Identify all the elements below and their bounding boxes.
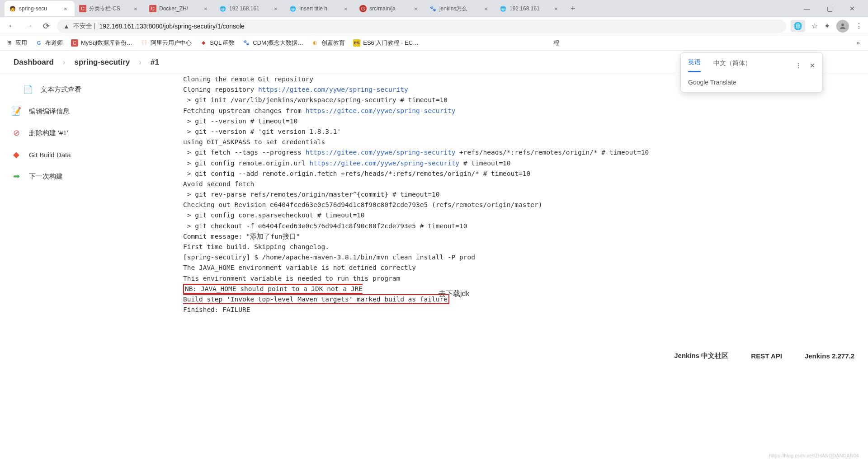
repo-link[interactable]: https://gitee.com/yywe/spring-security bbox=[306, 149, 456, 156]
console-line: NB: JAVA_HOME should point to a JDK not … bbox=[185, 285, 363, 292]
sidebar-git-build[interactable]: ◆ Git Build Data bbox=[0, 144, 179, 165]
bookmark-icon: 🐾 bbox=[243, 39, 250, 47]
console-line: > git config remote.origin.url bbox=[183, 160, 309, 167]
console-line: This environment variable is needed to r… bbox=[183, 275, 400, 282]
tab-3[interactable]: 🌐 192.168.161 × bbox=[215, 1, 285, 16]
tab-5[interactable]: G src/main/ja × bbox=[355, 1, 425, 16]
close-icon[interactable]: × bbox=[344, 5, 350, 12]
tab-title-6: jenkins怎么 bbox=[439, 5, 481, 13]
new-tab-button[interactable]: + bbox=[565, 4, 581, 14]
minimize-button[interactable]: — bbox=[800, 5, 814, 12]
browser-chrome: 🧑 spring-secu × C 分类专栏-CS × C Docker_ZH/… bbox=[0, 0, 868, 51]
sidebar-edit-build[interactable]: 📝 编辑编译信息 bbox=[0, 100, 179, 122]
bookmark-4[interactable]: ◆ SQL 函数 bbox=[200, 39, 235, 47]
sidebar-next-build[interactable]: ➡ 下一次构建 bbox=[0, 165, 179, 187]
bookmark-icon: C bbox=[71, 39, 78, 47]
console-line: Build step 'Invoke top-level Maven targe… bbox=[183, 296, 448, 303]
sidebar-item-label: 文本方式查看 bbox=[41, 85, 81, 94]
bookmarks-bar: ⊞ 应用 G 布道师 C MySql数据库备份… 〔〕 阿里云用户中心 ◆ SQ… bbox=[0, 35, 868, 51]
tab-6[interactable]: 🐾 jenkins怎么 × bbox=[425, 1, 495, 16]
bookmark-3[interactable]: 〔〕 阿里云用户中心 bbox=[141, 39, 192, 47]
user-avatar[interactable] bbox=[836, 20, 849, 33]
close-icon[interactable]: × bbox=[274, 5, 280, 12]
console-line: The JAVA_HOME environment variable is no… bbox=[183, 264, 416, 271]
translate-icon[interactable]: 🌐 bbox=[791, 20, 805, 32]
bookmark-icon: 〔〕 bbox=[141, 39, 148, 47]
chevron-right-icon: › bbox=[63, 58, 66, 67]
bookmark-6[interactable]: ◐ 创蓝教育 bbox=[311, 39, 345, 47]
tab-2[interactable]: C Docker_ZH/ × bbox=[145, 1, 215, 16]
warning-icon: ▲ bbox=[63, 23, 70, 30]
console-line: Checking out Revision e6404fced63e0c576d… bbox=[183, 201, 542, 208]
sidebar-item-label: 编辑编译信息 bbox=[29, 107, 70, 116]
footer-community-link[interactable]: Jenkins 中文社区 bbox=[674, 352, 728, 360]
tab-favicon-1: C bbox=[79, 5, 86, 12]
translate-menu-icon[interactable]: ⋮ bbox=[795, 62, 802, 69]
console-line: > git rev-parse refs/remotes/origin/mast… bbox=[183, 191, 439, 198]
tab-title-3: 192.168.161 bbox=[229, 5, 271, 12]
close-icon[interactable]: × bbox=[64, 5, 70, 12]
extensions-icon[interactable]: ✦ bbox=[824, 22, 830, 30]
tab-4[interactable]: 🌐 Insert title h × bbox=[285, 1, 355, 16]
footer: Jenkins 中文社区 REST API Jenkins 2.277.2 bbox=[0, 345, 868, 366]
forward-button[interactable]: → bbox=[23, 20, 35, 33]
annotation-text: 去下载jdk bbox=[439, 289, 469, 299]
star-icon[interactable]: ☆ bbox=[811, 22, 818, 30]
tab-title-7: 192.168.161 bbox=[509, 5, 552, 12]
tab-0[interactable]: 🧑 spring-secu × bbox=[5, 1, 75, 16]
translate-tab-zh[interactable]: 中文（简体） bbox=[713, 59, 751, 72]
bookmark-apps[interactable]: ⊞ 应用 bbox=[5, 39, 27, 47]
address-bar[interactable]: ▲ 不安全 | 192.168.161.133:8080/job/spring-… bbox=[57, 19, 786, 33]
translate-tab-en[interactable]: 英语 bbox=[688, 58, 701, 72]
repo-link[interactable]: https://gitee.com/yywe/spring-security bbox=[306, 107, 456, 114]
repo-link[interactable]: https://gitee.com/yywe/spring-security bbox=[258, 86, 408, 93]
chevron-right-icon: › bbox=[139, 58, 142, 67]
bookmark-5[interactable]: 🐾 CDM(概念大数据… bbox=[243, 39, 303, 47]
close-icon[interactable]: × bbox=[554, 5, 561, 12]
close-icon[interactable]: × bbox=[414, 5, 420, 12]
translate-brand: Google Translate bbox=[681, 72, 822, 92]
git-icon: ◆ bbox=[11, 149, 22, 160]
console-line: > git checkout -f e6404fced63e0c576d94d1… bbox=[183, 222, 467, 230]
close-icon[interactable]: × bbox=[204, 5, 210, 12]
tab-favicon-0: 🧑 bbox=[9, 5, 16, 12]
footer-rest-api-link[interactable]: REST API bbox=[751, 352, 782, 360]
edit-icon: 📝 bbox=[11, 106, 22, 117]
translate-close-icon[interactable]: ✕ bbox=[810, 62, 815, 69]
tab-7[interactable]: 🌐 192.168.161 × bbox=[495, 1, 565, 16]
bookmarks-overflow[interactable]: » bbox=[857, 39, 863, 46]
menu-icon[interactable]: ⋮ bbox=[855, 22, 863, 30]
sidebar-item-label: 下一次构建 bbox=[29, 172, 63, 181]
document-icon: 📄 bbox=[23, 84, 33, 95]
bookmark-icon: ◐ bbox=[311, 39, 319, 47]
repo-link[interactable]: https://gitee.com/yywe/spring-security bbox=[309, 160, 459, 167]
tab-favicon-2: C bbox=[149, 5, 156, 12]
tab-title-0: spring-secu bbox=[19, 5, 61, 12]
tab-title-4: Insert title h bbox=[299, 5, 341, 12]
sidebar-delete-build[interactable]: ⊘ 删除构建 '#1' bbox=[0, 122, 179, 144]
console-line: > git config --add remote.origin.fetch +… bbox=[183, 170, 530, 177]
console-line: Fetching upstream changes from bbox=[183, 107, 306, 114]
tab-title-1: 分类专栏-CS bbox=[89, 5, 131, 13]
sidebar-view-text[interactable]: 📄 文本方式查看 bbox=[0, 79, 179, 100]
breadcrumb-build[interactable]: #1 bbox=[151, 58, 159, 67]
bookmark-2[interactable]: C MySql数据库备份… bbox=[71, 39, 132, 47]
reload-button[interactable]: ⟳ bbox=[40, 20, 52, 33]
breadcrumb-dashboard[interactable]: Dashboard bbox=[14, 58, 54, 67]
back-button[interactable]: ← bbox=[5, 20, 18, 33]
maximize-button[interactable]: ▢ bbox=[823, 5, 836, 12]
console-line: > git config core.sparsecheckout # timeo… bbox=[183, 212, 365, 219]
breadcrumb-job[interactable]: spring-secutiry bbox=[74, 58, 130, 67]
bookmark-1[interactable]: G 布道师 bbox=[35, 39, 63, 47]
bookmark-hidden-label: 程 bbox=[553, 39, 559, 47]
close-window-button[interactable]: ✕ bbox=[845, 5, 859, 12]
close-icon[interactable]: × bbox=[484, 5, 491, 12]
tab-favicon-7: 🌐 bbox=[500, 5, 507, 12]
tab-title-5: src/main/ja bbox=[369, 5, 411, 12]
bookmark-7[interactable]: ES ES6 入门教程 - EC… bbox=[353, 39, 419, 47]
console-line: using GIT_ASKPASS to set credentials bbox=[183, 138, 329, 146]
close-icon[interactable]: × bbox=[134, 5, 140, 12]
console-line: Avoid second fetch bbox=[183, 180, 254, 188]
tab-1[interactable]: C 分类专栏-CS × bbox=[75, 1, 145, 16]
console-line: > git init /var/lib/jenkins/workspace/sp… bbox=[183, 96, 448, 103]
